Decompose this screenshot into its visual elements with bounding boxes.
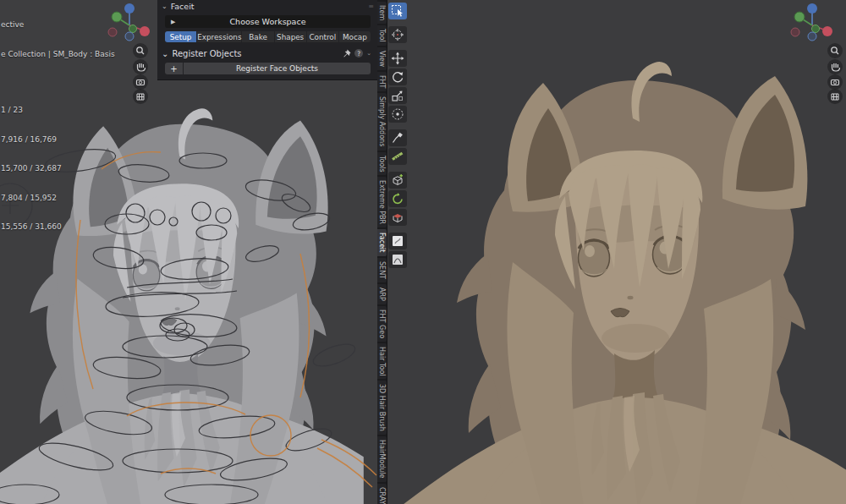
sidebar-tab-tools[interactable]: Tools [377,152,387,176]
tool-scale[interactable] [388,87,407,104]
chevron-down-icon: ⌄ [162,3,168,10]
axis-y-neg[interactable] [129,25,137,33]
chevron-down-icon: ⌄ [162,49,168,58]
tool-measure[interactable] [388,148,407,165]
sidebar-tab-crayon[interactable]: CRAYON [377,484,387,504]
help-icon[interactable]: ? [354,49,363,58]
panel-title: Faceit [171,2,195,11]
tab-mocap[interactable]: Mocap [339,31,371,42]
tool-rotate[interactable] [388,68,407,85]
axis-x[interactable] [822,26,832,36]
sidebar-tab-arp[interactable]: ARP [377,284,387,304]
viewport-left[interactable]: ective e Collection | SM_Body : Basis 1 … [0,0,377,504]
drag-handle-icon[interactable]: ≡ [368,3,374,10]
sidebar-tab-simply-addons[interactable]: Simply Addons [377,93,387,150]
sidebar-tab-fht-geo[interactable]: FHT Geo [377,306,387,342]
pan-hand-button[interactable] [827,59,843,74]
sidebar-tab-tool[interactable]: Tool [377,25,387,46]
sidebar-tab-faceit[interactable]: Faceit [377,229,387,255]
axis-x[interactable] [140,26,150,36]
choose-workspace-button[interactable]: ▶ Choose Workspace [165,15,371,28]
sidebar-tab-extreme-pbr[interactable]: Extreme PBR [377,177,387,227]
register-row: + Register Face Objects [165,63,371,74]
tool-add-cube[interactable] [388,172,407,189]
camera-view-button[interactable] [133,74,148,90]
nav-gizmo-left[interactable] [105,0,157,107]
tab-setup[interactable]: Setup [165,31,196,42]
axis-y-neg[interactable] [812,25,820,33]
tool-select-box[interactable] [388,3,407,19]
pan-hand-button[interactable] [133,59,148,74]
sidebar-tab-view[interactable]: View [377,47,387,70]
axis-z-neg[interactable] [808,32,816,41]
faceit-panel: ⌄ Faceit ≡ ▶ Choose Workspace Setup Expr… [157,0,377,80]
axis-z-neg[interactable] [125,32,134,41]
tool-brush-preview-1[interactable] [388,233,407,249]
sidebar-tab-3d-hair-brush[interactable]: 3D Hair Brush [377,381,387,435]
axis-y[interactable] [112,12,122,22]
sidebar-tab-sent[interactable]: SENT [377,258,387,282]
tool-cursor[interactable] [388,26,407,43]
camera-view-button[interactable] [827,74,843,90]
zoom-button[interactable] [133,43,148,58]
viewport-right[interactable] [387,0,846,504]
tool-spin[interactable] [388,190,407,207]
axis-z[interactable] [124,3,135,14]
register-objects-header[interactable]: ⌄ Register Objects ? ⌄ [157,47,377,59]
sidebar-tab-hair-tool[interactable]: Hair Tool [377,343,387,380]
tool-brush-preview-2[interactable] [388,251,407,268]
model-right-clay [387,0,846,504]
add-icon[interactable]: + [165,63,183,74]
axis-z[interactable] [807,3,817,14]
tab-control[interactable]: Control [307,31,338,42]
perspective-toggle-button[interactable] [133,89,148,104]
blender-window: { "left_viewport": { "perspective_fragme… [0,0,846,504]
tab-expressions[interactable]: Expressions [197,31,241,42]
tool-extrude[interactable] [388,209,407,226]
tab-shapes[interactable]: Shapes [275,31,306,42]
sidebar-tab-item[interactable]: Item [377,2,387,24]
axis-x-neg[interactable] [791,28,799,36]
sidebar-tab-strip: Item Tool View FHT Simply Addons Tools E… [377,0,387,504]
pin-icon[interactable] [343,49,351,58]
axis-x-neg[interactable] [108,28,117,36]
chevron-down-icon[interactable]: ⌄ [366,50,371,57]
perspective-toggle-button[interactable] [827,89,843,104]
axis-y[interactable] [794,12,805,22]
zoom-button[interactable] [827,43,843,58]
register-face-objects-button[interactable]: Register Face Objects [184,63,371,74]
tab-bake[interactable]: Bake [242,31,273,42]
sidebar-tab-fht[interactable]: FHT [377,72,387,92]
play-icon[interactable]: ▶ [171,19,175,25]
nav-gizmo-right[interactable] [783,0,846,107]
tool-move[interactable] [388,50,407,67]
tool-transform[interactable] [388,106,407,123]
tool-annotate[interactable] [388,129,407,146]
faceit-panel-header[interactable]: ⌄ Faceit ≡ [157,0,377,13]
toolbar [388,3,407,268]
faceit-tab-row: Setup Expressions Bake Shapes Control Mo… [165,31,371,42]
sidebar-tab-hairmodule[interactable]: HairModule [377,436,387,482]
